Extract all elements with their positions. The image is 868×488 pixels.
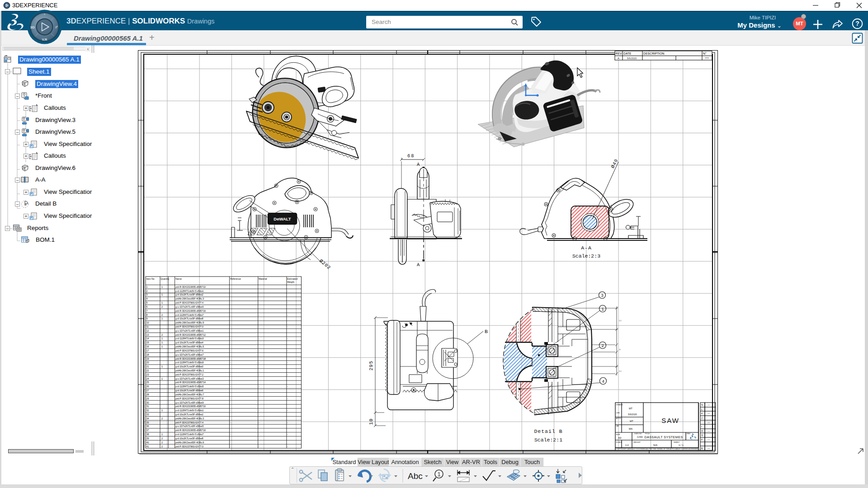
svg-text:9: 9 — [146, 317, 148, 320]
svg-text:-: - — [259, 373, 259, 376]
svg-text:1: 1 — [161, 377, 163, 380]
svg-text:33: 33 — [146, 413, 149, 416]
svg-text:—: — — [708, 447, 710, 450]
svg-text:QA: QA — [616, 425, 619, 427]
svg-text:Item No: Item No — [146, 277, 155, 280]
svg-text:N: N — [701, 404, 703, 406]
svg-text:40: 40 — [146, 441, 149, 444]
svg-text:-: - — [230, 290, 231, 292]
svg-text:COPYRIGHT DASSAULT SYSTEMES AS: COPYRIGHT DASSAULT SYSTEMES AS PER THE T… — [616, 448, 699, 450]
svg-text:-: - — [287, 397, 288, 400]
svg-text:DASSAULT SYSTEMES: DASSAULT SYSTEMES — [644, 435, 683, 439]
svg-text:p-d-1128473.ds6V-5 d5du1: p-d-1128473.ds6V-5 d5du1 — [175, 290, 204, 292]
svg-text:32: 32 — [146, 409, 149, 412]
svg-text:-: - — [230, 314, 231, 316]
svg-text:29: 29 — [146, 397, 149, 400]
svg-text:2: 2 — [161, 314, 163, 316]
svg-text:1 / 1: 1 / 1 — [679, 444, 684, 446]
svg-text:Scale:2:1: Scale:2:1 — [534, 437, 562, 443]
svg-text:5/6/2020: 5/6/2020 — [627, 57, 637, 60]
svg-text:g-d-10o2K7Lros5F-d58ss2: g-d-10o2K7Lros5F-d58ss2 — [175, 413, 203, 416]
svg-text:g-u-1D7s2K7Lrs5F-s58os7: g-u-1D7s2K7Lrs5F-s58os7 — [175, 353, 203, 356]
svg-text:35: 35 — [146, 421, 149, 424]
svg-text:1: 1 — [161, 317, 163, 320]
svg-text:10: 10 — [146, 321, 149, 324]
svg-text:-: - — [259, 397, 259, 400]
svg-text:g-d-10o2K7Lros5F-d58ss2: g-d-10o2K7Lros5F-d58ss2 — [175, 293, 203, 296]
svg-text:prd4b-26KOsro65F-4O8u.3: prd4b-26KOsro65F-4O8u.3 — [175, 297, 204, 300]
svg-text:Quantity: Quantity — [160, 277, 170, 280]
svg-text:2: 2 — [161, 305, 163, 308]
svg-text:A: A — [618, 57, 619, 60]
svg-text:—: — — [708, 438, 710, 441]
svg-text:SIZE: SIZE — [616, 433, 620, 436]
svg-text:B: B — [485, 328, 488, 334]
svg-text:g-d-10o2K7Lros5F-d58ss8: g-d-10o2K7Lros5F-d58ss8 — [175, 437, 203, 440]
svg-text:p-d-1128473.ds6V-5 d5du3: p-d-1128473.ds6V-5 d5du3 — [175, 337, 204, 340]
svg-text:Reference: Reference — [230, 277, 241, 280]
svg-text:1: 1 — [161, 301, 163, 304]
svg-text:prd-P-3DX23796S-f2X77.0: prd-P-3DX23796S-f2X77.0 — [175, 445, 203, 448]
svg-text:24: 24 — [146, 377, 149, 380]
svg-text:-: - — [287, 290, 288, 292]
svg-text:15: 15 — [146, 341, 149, 344]
svg-text:MT: MT — [629, 407, 633, 410]
svg-text:-: - — [259, 325, 259, 328]
svg-text:prd4b-26KOsro65F-4O8u.5: prd4b-26KOsro65F-4O8u.5 — [175, 345, 204, 348]
svg-text:1: 1 — [161, 365, 163, 368]
svg-text:36: 36 — [146, 425, 149, 427]
svg-text:17: 17 — [146, 349, 149, 352]
svg-text:13: 13 — [146, 333, 149, 336]
svg-text:g-u-1D7s2K7Lrs5F-s58os3: g-u-1D7s2K7Lrs5F-s58os3 — [175, 377, 203, 380]
svg-text:19: 19 — [146, 357, 149, 360]
svg-text:1: 1 — [601, 307, 604, 312]
svg-text:41: 41 — [146, 445, 149, 448]
svg-text:-: - — [287, 361, 288, 364]
svg-text:-: - — [259, 290, 259, 292]
svg-text:prd4b-26KOsro65F-4O8u.7: prd4b-26KOsro65F-4O8u.7 — [175, 393, 204, 396]
svg-text:-: - — [259, 433, 259, 436]
svg-text:-: - — [287, 301, 288, 304]
svg-text:A: A — [417, 162, 420, 167]
svg-text:39: 39 — [146, 437, 149, 440]
svg-text:18: 18 — [146, 353, 149, 356]
svg-text:1:2: 1:2 — [625, 444, 629, 446]
svg-text:-: - — [259, 301, 259, 304]
svg-text:prd-R-3DX2019655-d545710: prd-R-3DX2019655-d545710 — [175, 286, 206, 288]
svg-text:-: - — [287, 337, 288, 340]
svg-text:A-A: A-A — [581, 245, 592, 251]
svg-text:g-u-1D7s2K7Lrs5F-s58os5: g-u-1D7s2K7Lrs5F-s58os5 — [175, 305, 203, 308]
svg-text:-: - — [259, 385, 259, 388]
svg-text:N°: N° — [703, 52, 707, 55]
svg-text:-: - — [287, 409, 288, 412]
svg-text:1: 1 — [146, 286, 148, 288]
svg-text:REV: REV — [687, 432, 691, 435]
svg-text:DRAWN: DRAWN — [616, 404, 623, 406]
svg-text:68: 68 — [407, 153, 415, 159]
svg-text:5: 5 — [146, 301, 148, 304]
svg-text:27: 27 — [146, 389, 149, 392]
svg-text:-: - — [230, 373, 231, 376]
svg-text:-: - — [230, 361, 231, 364]
svg-text:37: 37 — [146, 429, 149, 432]
svg-text:REV: REV — [616, 52, 622, 55]
svg-text:38: 38 — [146, 433, 149, 436]
svg-text:G: G — [701, 434, 703, 436]
svg-text:prd-P-3DX23796S-f2X77.4: prd-P-3DX23796S-f2X77.4 — [175, 301, 203, 304]
svg-text:DWG NO: DWG NO — [634, 432, 642, 435]
svg-text:22: 22 — [146, 369, 149, 372]
svg-text:p-d-1128473.ds6V-5 d5du7: p-d-1128473.ds6V-5 d5du7 — [175, 314, 204, 316]
svg-text:-: - — [230, 349, 231, 352]
svg-text:Detail B: Detail B — [534, 428, 562, 434]
svg-text:?: ? — [855, 20, 859, 27]
svg-text:SCALE: SCALE — [616, 441, 622, 443]
svg-text:-: - — [259, 409, 259, 412]
svg-text:295: 295 — [368, 361, 374, 371]
svg-text:2.2: 2.2 — [619, 370, 622, 372]
svg-text:APPR: APPR — [616, 417, 621, 419]
svg-text:prd4b-26KOsro65F-4O8u.3: prd4b-26KOsro65F-4O8u.3 — [175, 417, 204, 420]
svg-text:-: - — [230, 337, 231, 340]
svg-text:-: - — [230, 385, 231, 388]
svg-text:4: 4 — [602, 379, 604, 384]
svg-text:prd4b-26KOsro65F-4O8u.1: prd4b-26KOsro65F-4O8u.1 — [175, 369, 204, 372]
